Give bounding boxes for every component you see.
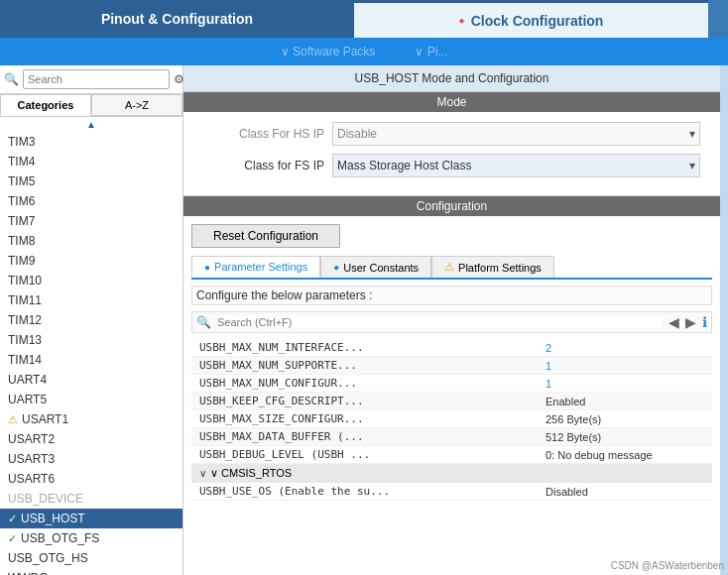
sidebar-item-usart3[interactable]: USART3 xyxy=(0,449,182,469)
class-fs-value: Mass Storage Host Class xyxy=(337,159,471,172)
param-row: USBH_KEEP_CFG_DESCRIPT... Enabled xyxy=(191,393,712,410)
param-name: USBH_MAX_NUM_SUPPORTE... xyxy=(199,359,546,372)
search-input[interactable] xyxy=(23,69,170,89)
class-hs-label: Class For HS IP xyxy=(203,127,332,141)
tab-platform-settings[interactable]: ⚠ Platform Settings xyxy=(431,256,554,278)
param-value: 512 Byte(s) xyxy=(546,431,704,443)
top-nav: Pinout & Configuration ● Clock Configura… xyxy=(0,0,728,38)
main-header: USB_HOST Mode and Configuration xyxy=(183,65,720,92)
params-info-text: Configure the below parameters : xyxy=(191,286,712,305)
sidebar-item-usart6[interactable]: USART6 xyxy=(0,469,182,489)
class-fs-select[interactable]: Mass Storage Host Class ▾ xyxy=(332,154,700,177)
sidebar-item-usb-host[interactable]: ✓ USB_HOST xyxy=(0,509,182,528)
scroll-up-indicator: ▲ xyxy=(0,117,182,132)
params-search-bar: 🔍 ◀ ▶ ℹ xyxy=(191,311,712,333)
right-scrollbar[interactable] xyxy=(720,65,728,575)
param-value: 1 xyxy=(546,378,704,390)
nav-right xyxy=(708,0,728,38)
cmsis-param-row: USBH_USE_OS (Enable the su... Disabled xyxy=(191,483,712,501)
sw-pi-label: ∨ Pi... xyxy=(415,45,447,58)
config-tabs: ● Parameter Settings ● User Constants ⚠ … xyxy=(191,256,712,280)
param-tab-label: Parameter Settings xyxy=(214,261,307,273)
sidebar-item-tim9[interactable]: TIM9 xyxy=(0,251,182,271)
sidebar-item-tim14[interactable]: TIM14 xyxy=(0,350,182,370)
params-list: USBH_MAX_NUM_INTERFACE... 2 USBH_MAX_NUM… xyxy=(191,339,712,567)
sidebar-item-tim6[interactable]: TIM6 xyxy=(0,191,182,211)
tab-parameter-settings[interactable]: ● Parameter Settings xyxy=(191,256,320,278)
param-name: USBH_MAX_SIZE_CONFIGUR... xyxy=(199,412,546,425)
prev-arrow-icon[interactable]: ◀ xyxy=(668,314,679,330)
class-fs-row: Class for FS IP Mass Storage Host Class … xyxy=(203,154,700,177)
tab-categories[interactable]: Categories xyxy=(0,94,91,116)
search-icon: 🔍 xyxy=(4,72,19,86)
params-search-input[interactable] xyxy=(217,316,663,328)
sidebar-list: TIM3 TIM4 TIM5 TIM6 TIM7 TIM8 TIM9 TIM10… xyxy=(0,132,182,575)
cmsis-param-value: Disabled xyxy=(546,486,704,498)
sidebar-item-tim8[interactable]: TIM8 xyxy=(0,231,182,251)
watermark: CSDN @ASWaterbenben xyxy=(611,560,724,571)
sw-packs-label: ∨ Software Packs xyxy=(281,45,376,58)
param-value: 256 Byte(s) xyxy=(546,413,704,425)
class-hs-select[interactable]: Disable ▾ xyxy=(332,122,700,146)
cmsis-param-name: USBH_USE_OS (Enable the su... xyxy=(199,485,546,498)
chevron-down-icon: ▾ xyxy=(689,127,695,141)
tab-user-constants[interactable]: ● User Constants xyxy=(320,256,431,278)
class-hs-value: Disable xyxy=(337,127,377,141)
user-tab-dot: ● xyxy=(333,262,339,273)
param-row: USBH_DEBUG_LEVEL (USBH ... 0: No debug m… xyxy=(191,446,712,464)
config-section-header: Configuration xyxy=(183,196,720,216)
sidebar-item-usb-otg-fs[interactable]: ✓ USB_OTG_FS xyxy=(0,528,182,548)
next-arrow-icon[interactable]: ▶ xyxy=(685,314,696,330)
clock-label: Clock Configuration xyxy=(471,13,604,29)
sidebar-item-usb-otg-hs[interactable]: USB_OTG_HS xyxy=(0,548,182,568)
sidebar-item-uart4[interactable]: UART4 xyxy=(0,370,182,390)
tab-az[interactable]: A->Z xyxy=(91,94,182,116)
sidebar-item-usb-device[interactable]: USB_DEVICE xyxy=(0,489,182,509)
user-tab-label: User Constants xyxy=(343,262,419,274)
sidebar-item-usart2[interactable]: USART2 xyxy=(0,429,182,449)
param-value: 1 xyxy=(546,360,704,372)
sidebar-item-tim11[interactable]: TIM11 xyxy=(0,290,182,310)
sidebar-search-bar: 🔍 ⚙ xyxy=(0,65,182,94)
sw-packs-item[interactable]: ∨ Software Packs xyxy=(281,45,376,58)
param-value: 2 xyxy=(546,342,704,354)
param-name: USBH_MAX_NUM_INTERFACE... xyxy=(199,341,546,354)
class-hs-row: Class For HS IP Disable ▾ xyxy=(203,122,700,146)
sidebar-item-tim3[interactable]: TIM3 xyxy=(0,132,182,152)
param-row: USBH_MAX_DATA_BUFFER (... 512 Byte(s) xyxy=(191,428,712,446)
warning-icon: ⚠ xyxy=(8,413,18,426)
info-icon[interactable]: ℹ xyxy=(702,314,707,330)
nav-clock[interactable]: ● Clock Configuration xyxy=(354,0,708,38)
param-row: USBH_MAX_SIZE_CONFIGUR... 256 Byte(s) xyxy=(191,410,712,428)
param-row: USBH_MAX_NUM_INTERFACE... 2 xyxy=(191,339,712,357)
reset-configuration-button[interactable]: Reset Configuration xyxy=(191,224,340,248)
sidebar-item-usart1[interactable]: ⚠ USART1 xyxy=(0,409,182,429)
sidebar-item-tim7[interactable]: TIM7 xyxy=(0,211,182,231)
sidebar-item-tim5[interactable]: TIM5 xyxy=(0,172,182,191)
chevron-down-icon-fs: ▾ xyxy=(689,159,695,172)
sidebar-item-tim10[interactable]: TIM10 xyxy=(0,271,182,290)
sw-pi-item[interactable]: ∨ Pi... xyxy=(415,45,447,58)
sidebar: 🔍 ⚙ Categories A->Z ▲ TIM3 TIM4 TIM5 TIM… xyxy=(0,65,183,575)
cmsis-section-row[interactable]: ∨ ∨ CMSIS_RTOS xyxy=(191,464,712,483)
param-name: USBH_MAX_NUM_CONFIGUR... xyxy=(199,377,546,390)
sidebar-tabs: Categories A->Z xyxy=(0,94,182,117)
config-section: Configuration Reset Configuration ● Para… xyxy=(183,196,720,575)
sidebar-item-tim4[interactable]: TIM4 xyxy=(0,152,182,172)
nav-pinout[interactable]: Pinout & Configuration xyxy=(0,0,354,38)
check-icon-usb-host: ✓ xyxy=(8,513,17,525)
mode-content: Class For HS IP Disable ▾ Class for FS I… xyxy=(183,112,720,196)
main-content: USB_HOST Mode and Configuration Mode Cla… xyxy=(183,65,720,575)
warning-tab-icon: ⚠ xyxy=(444,261,454,274)
param-row: USBH_MAX_NUM_SUPPORTE... 1 xyxy=(191,357,712,375)
param-name: USBH_DEBUG_LEVEL (USBH ... xyxy=(199,448,546,461)
sidebar-item-wwdg[interactable]: WWDG xyxy=(0,568,182,575)
class-fs-label: Class for FS IP xyxy=(203,159,332,172)
sidebar-item-tim13[interactable]: TIM13 xyxy=(0,330,182,350)
sidebar-item-uart5[interactable]: UART5 xyxy=(0,390,182,409)
sw-packs-bar: ∨ Software Packs ∨ Pi... xyxy=(0,38,728,65)
param-name: USBH_MAX_DATA_BUFFER (... xyxy=(199,430,546,443)
sidebar-item-tim12[interactable]: TIM12 xyxy=(0,310,182,330)
content-area: 🔍 ⚙ Categories A->Z ▲ TIM3 TIM4 TIM5 TIM… xyxy=(0,65,728,575)
param-row: USBH_MAX_NUM_CONFIGUR... 1 xyxy=(191,375,712,393)
